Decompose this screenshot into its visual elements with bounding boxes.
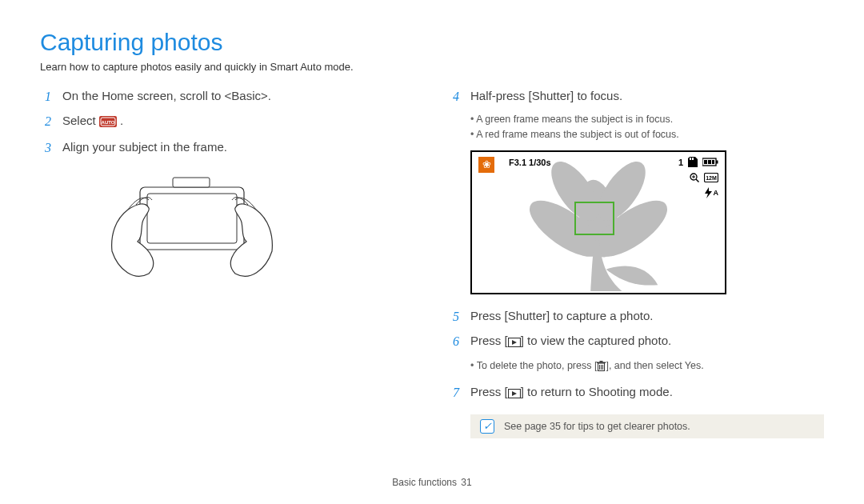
bullet-text-post: ], and then select Yes. — [606, 360, 703, 371]
playback-icon — [508, 386, 521, 403]
svg-line-19 — [696, 179, 699, 182]
step-text-pre: Press [ — [470, 385, 508, 398]
camera-hands-illustration — [96, 163, 416, 286]
step-text-pre: Press [ — [470, 334, 508, 347]
battery-icon — [702, 158, 718, 166]
step-text: Select AUTO . — [62, 112, 416, 132]
sd-card-icon — [688, 157, 698, 168]
step-text: On the Home screen, scroll to <Basic>. — [62, 87, 416, 106]
osd-right-cluster: 1 12M — [678, 157, 718, 198]
svg-text:12M: 12M — [706, 175, 717, 181]
bullet-green-frame: A green frame means the subject is in fo… — [470, 112, 824, 127]
step-number: 3 — [40, 138, 51, 157]
svg-rect-14 — [716, 161, 718, 164]
svg-rect-4 — [147, 194, 237, 243]
note-icon: ✓ — [480, 419, 494, 434]
step-2: 2 Select AUTO . — [40, 112, 416, 132]
flash-auto-icon: A — [704, 187, 719, 198]
svg-rect-11 — [690, 158, 691, 160]
right-column: 4 Half-press [Shutter] to focus. A green… — [448, 87, 824, 438]
page-intro: Learn how to capture photos easily and q… — [40, 61, 824, 73]
step-text: Press [Shutter] to capture a photo. — [470, 307, 824, 326]
svg-rect-17 — [712, 160, 714, 164]
image-size-icon: 12M — [704, 173, 718, 182]
step-text: Press [] to view the captured photo. — [470, 332, 824, 352]
step-number: 6 — [448, 332, 459, 352]
step-6-bullets: To delete the photo, press [], and then … — [470, 358, 824, 376]
step-5: 5 Press [Shutter] to capture a photo. — [448, 307, 824, 326]
camera-preview-screen: ❀ F3.1 1/30s 1 — [470, 150, 726, 294]
svg-rect-27 — [600, 361, 603, 362]
focus-frame — [574, 202, 614, 235]
step-1: 1 On the Home screen, scroll to <Basic>. — [40, 87, 416, 106]
bullet-delete: To delete the photo, press [], and then … — [470, 358, 824, 376]
step-text-post: ] to view the captured photo. — [521, 334, 671, 347]
tip-note: ✓ See page 35 for tips to get clearer ph… — [470, 414, 824, 438]
step-7: 7 Press [] to return to Shooting mode. — [448, 383, 824, 403]
step-6: 6 Press [] to view the captured photo. — [448, 332, 824, 352]
flower-scene-icon: ❀ — [478, 157, 494, 173]
svg-rect-5 — [173, 178, 210, 187]
tip-text: See page 35 for tips to get clearer phot… — [504, 421, 690, 432]
step-number: 7 — [448, 383, 459, 403]
page-footer: Basic functions 31 — [0, 477, 864, 488]
step-number: 1 — [40, 87, 51, 106]
page-title: Capturing photos — [40, 29, 824, 56]
trash-icon — [597, 361, 606, 376]
svg-rect-26 — [597, 362, 606, 363]
content-columns: 1 On the Home screen, scroll to <Basic>.… — [40, 87, 824, 438]
manual-page: Capturing photos Learn how to capture ph… — [0, 0, 864, 504]
step-number: 2 — [40, 112, 51, 132]
step-4: 4 Half-press [Shutter] to focus. — [448, 87, 824, 106]
footer-section: Basic functions — [392, 477, 457, 488]
step-number: 5 — [448, 307, 459, 326]
step-3: 3 Align your subject in the frame. — [40, 138, 416, 157]
osd-exposure-text: F3.1 1/30s — [509, 158, 551, 167]
step-text-post: ] to return to Shooting mode. — [521, 385, 673, 398]
step-text-pre: Select — [62, 114, 96, 127]
step-text: Press [] to return to Shooting mode. — [470, 383, 824, 403]
zoom-icon — [690, 173, 699, 182]
left-column: 1 On the Home screen, scroll to <Basic>.… — [40, 87, 416, 438]
svg-text:AUTO: AUTO — [101, 120, 114, 125]
step-text: Align your subject in the frame. — [62, 138, 416, 157]
footer-page-number: 31 — [461, 477, 471, 488]
step-number: 4 — [448, 87, 459, 106]
step-4-bullets: A green frame means the subject is in fo… — [470, 112, 824, 142]
playback-icon — [508, 334, 521, 352]
step-text: Half-press [Shutter] to focus. — [470, 87, 824, 106]
svg-rect-15 — [704, 160, 707, 164]
step-text-post: . — [120, 114, 123, 127]
svg-rect-12 — [692, 158, 694, 160]
osd-shot-count: 1 — [678, 158, 683, 167]
smart-auto-icon: AUTO — [99, 114, 117, 132]
bullet-red-frame: A red frame means the subject is out of … — [470, 127, 824, 142]
svg-rect-16 — [708, 160, 711, 164]
bullet-text-pre: To delete the photo, press [ — [477, 360, 598, 371]
